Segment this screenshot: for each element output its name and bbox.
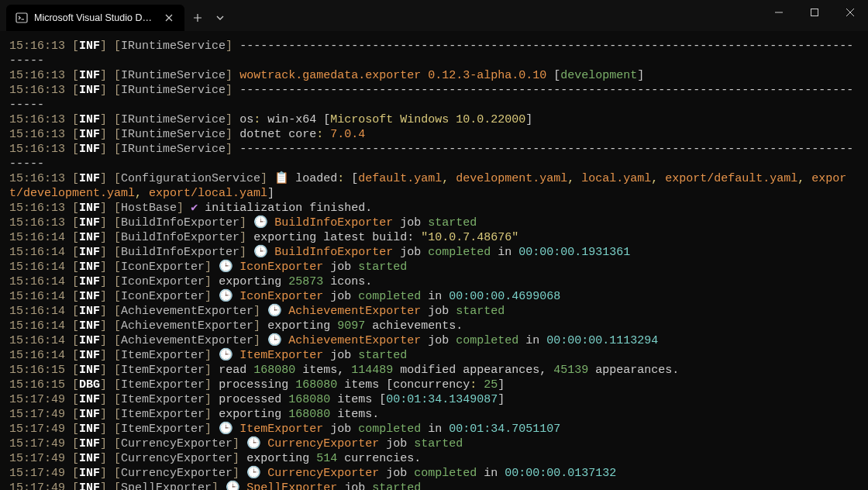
log-text: in: [421, 423, 449, 436]
log-text: started: [456, 305, 505, 318]
log-text: job: [379, 467, 414, 480]
service-name: AchievementExporter: [121, 334, 253, 347]
log-text: job: [393, 216, 428, 229]
log-line: 15:16:14 [INF] [BuildInfoExporter] 🕒 Bui…: [9, 245, 859, 260]
log-text: dotnet core: [239, 128, 316, 141]
log-text: ItemExporter: [239, 349, 323, 362]
log-text: processing: [219, 378, 295, 392]
log-text: 00:01:34.7051107: [449, 423, 560, 436]
log-text: 45139: [553, 364, 588, 377]
timestamp: 15:17:49: [9, 467, 65, 480]
log-level: INF: [79, 364, 100, 377]
log-text: 00:00:00.1931361: [518, 246, 630, 259]
log-text: started: [358, 261, 407, 274]
log-icon: 🕒: [267, 333, 281, 348]
log-text: 25873: [288, 275, 323, 288]
log-icon: 🕒: [246, 466, 260, 481]
log-text: :: [253, 113, 260, 126]
service-name: IRuntimeService: [121, 128, 226, 141]
timestamp: 15:17:49: [9, 481, 65, 490]
log-text: 00:00:00.1113294: [546, 334, 658, 347]
service-name: IRuntimeService: [121, 84, 226, 97]
service-name: ItemExporter: [121, 423, 205, 436]
log-line: 15:16:15 [DBG] [ItemExporter] processing…: [9, 378, 859, 392]
log-text: exporting: [246, 452, 316, 465]
log-text: [232, 290, 239, 303]
service-name: IconExporter: [121, 261, 205, 274]
log-text: completed: [358, 423, 421, 436]
timestamp: 15:16:13: [9, 128, 65, 141]
log-level: INF: [79, 113, 100, 126]
log-level: INF: [79, 393, 100, 406]
log-text: wowtrack.gamedata.exporter 0.12.3-alpha.…: [239, 69, 546, 82]
log-line: 15:16:13 [INF] [IRuntimeService] -------…: [9, 142, 859, 171]
log-level: INF: [79, 305, 100, 318]
log-text: exporting: [219, 408, 288, 421]
log-level: INF: [79, 84, 100, 97]
log-text: ]: [498, 393, 505, 406]
log-line: 15:17:49 [INF] [ItemExporter] processed …: [9, 392, 859, 407]
log-text: 114489: [351, 364, 393, 377]
timestamp: 15:17:49: [9, 393, 65, 406]
log-level: INF: [79, 261, 100, 274]
log-text: 168080: [295, 378, 337, 392]
log-text: [267, 216, 274, 229]
log-text: AchievementExporter: [288, 334, 421, 347]
log-text: "10.0.7.48676": [421, 231, 518, 244]
log-text: :: [316, 128, 323, 141]
log-text: [232, 349, 239, 362]
log-text: job: [323, 349, 358, 362]
log-text: job: [393, 246, 428, 259]
log-text: icons.: [323, 275, 372, 288]
log-line: 15:16:14 [INF] [AchievementExporter] exp…: [9, 319, 859, 333]
log-text: [: [546, 69, 560, 82]
log-text: [281, 305, 288, 318]
log-text: ,: [442, 172, 456, 185]
log-text: ItemExporter: [239, 423, 323, 436]
log-line: 15:16:14 [INF] [BuildInfoExporter] expor…: [9, 230, 859, 245]
log-icon: 🕒: [219, 348, 232, 363]
maximize-button[interactable]: [797, 0, 832, 25]
log-text: concurrency: [393, 378, 470, 392]
new-tab-button[interactable]: [184, 5, 211, 31]
log-text: started: [358, 349, 407, 362]
log-line: 15:16:14 [INF] [IconExporter] 🕒 IconExpo…: [9, 260, 859, 274]
log-text: [239, 481, 246, 490]
service-name: CurrencyExporter: [121, 467, 232, 480]
window-controls: [761, 0, 868, 31]
log-text: BuildInfoExporter: [274, 216, 393, 229]
timestamp: 15:16:13: [9, 84, 65, 97]
log-level: INF: [79, 467, 100, 480]
log-text: started: [414, 437, 463, 450]
log-icon: 🕒: [253, 216, 267, 230]
console-output[interactable]: 15:16:13 [INF] [IRuntimeService] -------…: [0, 31, 868, 490]
active-tab[interactable]: Microsoft Visual Studio Debug: [6, 5, 184, 31]
log-level: INF: [79, 334, 100, 347]
log-text: win-x64: [260, 113, 323, 126]
service-name: SpellExporter: [121, 481, 212, 490]
tab-dropdown-button[interactable]: [211, 5, 229, 31]
log-text: completed: [428, 246, 491, 259]
log-text: export/local.yaml: [149, 187, 267, 200]
timestamp: 15:17:49: [9, 423, 65, 436]
close-tab-button[interactable]: [163, 12, 175, 24]
log-text: ]: [525, 113, 532, 126]
close-window-button[interactable]: [832, 0, 868, 25]
timestamp: 15:16:14: [9, 231, 65, 244]
service-name: IRuntimeService: [121, 143, 226, 156]
service-name: IconExporter: [121, 275, 205, 288]
log-text: local.yaml: [581, 172, 651, 185]
log-text: job: [421, 334, 456, 347]
log-text: 00:01:34.1349087: [386, 393, 498, 406]
log-text: achievements.: [365, 319, 463, 333]
timestamp: 15:16:15: [9, 378, 65, 392]
minimize-button[interactable]: [761, 0, 797, 25]
log-text: export/default.yaml: [665, 172, 797, 185]
log-text: started: [372, 481, 421, 490]
log-text: ,: [651, 172, 665, 185]
log-text: [: [344, 172, 358, 185]
log-text: AchievementExporter: [288, 305, 421, 318]
log-text: os: [239, 113, 253, 126]
log-text: BuildInfoExporter: [274, 246, 393, 259]
service-name: IconExporter: [121, 290, 205, 303]
